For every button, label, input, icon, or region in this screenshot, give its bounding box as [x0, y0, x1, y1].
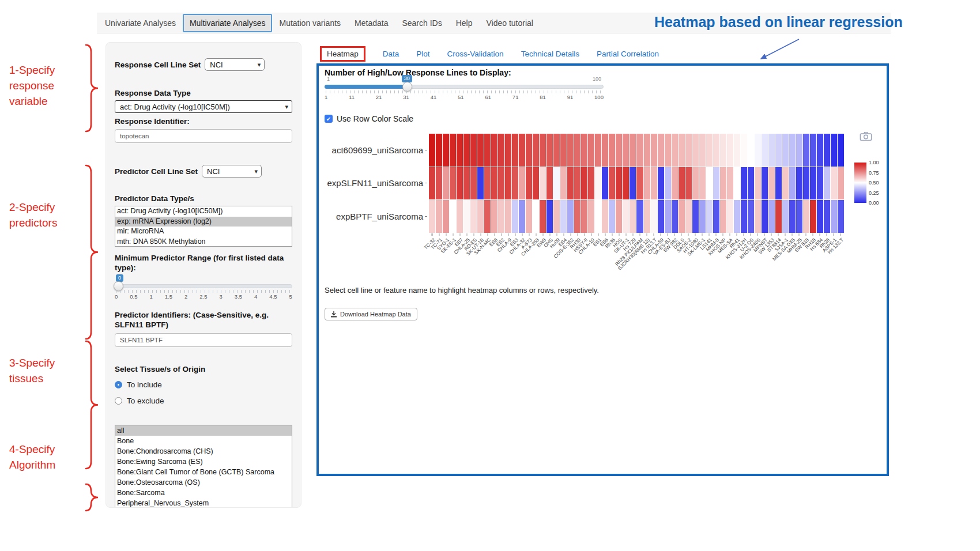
heatmap-cell[interactable] — [755, 200, 761, 233]
listbox-option[interactable]: all — [115, 425, 292, 436]
heatmap-cell[interactable] — [838, 167, 844, 200]
slider-track[interactable] — [115, 284, 292, 288]
heatmap-cell[interactable] — [477, 200, 484, 233]
heatmap-cell[interactable] — [546, 134, 553, 167]
heatmap-cell[interactable] — [630, 134, 636, 167]
heatmap-cell[interactable] — [713, 134, 719, 167]
heatmap-cell[interactable] — [810, 134, 816, 167]
heatmap-cell[interactable] — [553, 134, 560, 167]
heatmap-cell[interactable] — [484, 167, 491, 200]
heatmap-cell[interactable] — [533, 200, 539, 233]
heatmap-cell[interactable] — [782, 200, 789, 233]
heatmap-cell[interactable] — [588, 134, 594, 167]
heatmap-cell[interactable] — [720, 134, 726, 167]
listbox-option[interactable]: Bone — [115, 436, 292, 446]
heatmap-cell[interactable] — [512, 134, 518, 167]
predictor-cell-line-set-select[interactable]: NCI ▾ — [202, 165, 262, 178]
heatmap-cell[interactable] — [768, 200, 775, 233]
heatmap-cell[interactable] — [519, 200, 525, 233]
listbox-option[interactable]: Peripheral_Nervous_System — [115, 498, 292, 508]
heatmap-cell[interactable] — [810, 167, 816, 200]
heatmap-cell[interactable] — [443, 200, 449, 233]
heatmap-cell[interactable] — [768, 167, 775, 200]
download-heatmap-data-button[interactable]: Download Heatmap Data — [325, 308, 417, 320]
heatmap-cell[interactable] — [450, 134, 456, 167]
heatmap-cell[interactable] — [609, 200, 615, 233]
heatmap-cell[interactable] — [553, 200, 560, 233]
heatmap-cell[interactable] — [519, 167, 525, 200]
heatmap-cell[interactable] — [526, 167, 532, 200]
heatmap-cell[interactable] — [505, 200, 511, 233]
nav-item[interactable]: Search IDs — [395, 14, 448, 32]
heatmap-cell[interactable] — [789, 134, 796, 167]
heatmap-cell[interactable] — [685, 167, 692, 200]
heatmap-cell[interactable] — [616, 200, 622, 233]
heatmap-cell[interactable] — [748, 167, 754, 200]
nav-item[interactable]: Univariate Analyses — [98, 14, 183, 32]
heatmap-cell[interactable] — [588, 167, 594, 200]
heatmap-cell[interactable] — [429, 167, 435, 200]
heatmap-cell[interactable] — [630, 167, 636, 200]
heatmap-cell[interactable] — [817, 200, 823, 233]
listbox-option[interactable]: Bone:Ewing Sarcoma (ES) — [115, 456, 292, 467]
heatmap-cell[interactable] — [720, 167, 726, 200]
camera-icon[interactable] — [860, 131, 872, 141]
nav-item[interactable]: Metadata — [348, 14, 395, 32]
nav-item[interactable]: Help — [449, 14, 480, 32]
heatmap-cell[interactable] — [477, 167, 484, 200]
heatmap-cell[interactable] — [567, 200, 574, 233]
heatmap-cell[interactable] — [602, 134, 608, 167]
heatmap-cell[interactable] — [581, 200, 587, 233]
tissue-exclude-radio[interactable]: To exclude — [115, 394, 292, 407]
heatmap-cell[interactable] — [609, 134, 615, 167]
heatmap-cell[interactable] — [457, 134, 463, 167]
heatmap-cell[interactable] — [602, 167, 608, 200]
heatmap-cell[interactable] — [491, 167, 497, 200]
heatmap-cell[interactable] — [436, 134, 442, 167]
tab-heatmap[interactable]: Heatmap — [320, 46, 365, 62]
listbox-option[interactable]: Bone:Osteosarcoma (OS) — [115, 477, 292, 488]
predictor-identifiers-input[interactable] — [115, 333, 292, 347]
heatmap-cell[interactable] — [574, 167, 581, 200]
heatmap-cell[interactable] — [519, 134, 525, 167]
heatmap-cell[interactable] — [685, 200, 692, 233]
heatmap-cell[interactable] — [796, 200, 802, 233]
heatmap-cell[interactable] — [782, 134, 789, 167]
predictor-data-type-listbox[interactable]: act: Drug Activity (-log10[IC50M])exp: m… — [115, 206, 292, 247]
heatmap-cell[interactable] — [574, 200, 581, 233]
heatmap-cell[interactable] — [672, 167, 678, 200]
heatmap-cell[interactable] — [817, 134, 823, 167]
listbox-option[interactable]: mth: DNA 850K Methylation — [115, 237, 292, 247]
lines-slider[interactable]: 1 100 30 1112131415161718191100 — [325, 75, 604, 103]
heatmap-cell[interactable] — [789, 200, 796, 233]
heatmap-cell[interactable] — [692, 200, 699, 233]
heatmap-cell[interactable] — [658, 200, 664, 233]
heatmap-cell[interactable] — [796, 134, 802, 167]
heatmap-cell[interactable] — [741, 200, 747, 233]
heatmap-cell[interactable] — [755, 167, 761, 200]
heatmap-cell[interactable] — [692, 167, 699, 200]
tissue-include-radio[interactable]: To include — [115, 378, 292, 391]
heatmap-cell[interactable] — [644, 200, 650, 233]
heatmap-cell[interactable] — [630, 200, 636, 233]
response-data-type-select[interactable]: act: Drug Activity (-log10[IC50M]) ▾ — [115, 100, 292, 113]
heatmap-cell[interactable] — [588, 200, 594, 233]
heatmap-cell[interactable] — [498, 167, 504, 200]
heatmap-cell[interactable] — [505, 134, 511, 167]
heatmap-cell[interactable] — [560, 134, 567, 167]
min-predictor-range-slider[interactable]: 0 00.511.522.533.544.55 — [115, 274, 292, 302]
heatmap-cell[interactable] — [672, 134, 678, 167]
heatmap-cell[interactable] — [443, 167, 449, 200]
heatmap-cell[interactable] — [775, 167, 782, 200]
heatmap-cell[interactable] — [512, 200, 518, 233]
tissue-listbox[interactable]: allBoneBone:Chondrosarcoma (CHS)Bone:Ewi… — [115, 425, 292, 508]
heatmap-cell[interactable] — [817, 167, 823, 200]
heatmap-cell[interactable] — [699, 200, 706, 233]
heatmap-cell[interactable] — [470, 134, 477, 167]
heatmap-cell[interactable] — [734, 167, 740, 200]
heatmap-cell[interactable] — [540, 167, 546, 200]
heatmap-cell[interactable] — [498, 200, 504, 233]
heatmap-cell[interactable] — [775, 134, 782, 167]
heatmap-cell[interactable] — [616, 167, 622, 200]
heatmap-cell[interactable] — [505, 167, 511, 200]
